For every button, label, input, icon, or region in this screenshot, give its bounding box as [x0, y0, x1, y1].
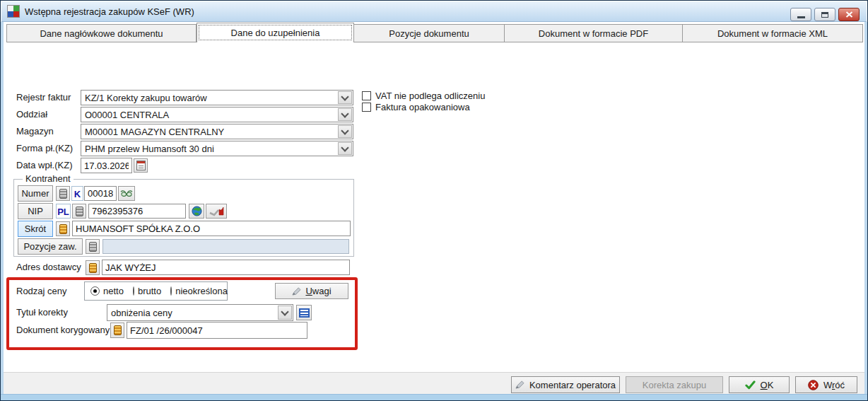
close-button[interactable]: [838, 8, 860, 21]
preview-button[interactable]: [118, 186, 135, 201]
radio-netto[interactable]: [90, 286, 100, 296]
memo-icon: [59, 224, 67, 234]
nip-button[interactable]: NIP: [18, 203, 53, 219]
oddzial-label: Oddział: [16, 107, 47, 122]
nip-input[interactable]: [88, 204, 186, 219]
dokument-memo-button[interactable]: [110, 322, 124, 338]
app-logo-icon: [7, 5, 20, 18]
uwagi-button[interactable]: Uwagi: [275, 283, 348, 299]
list-icon: [299, 308, 310, 318]
kontrahent-type-prefix: K: [71, 186, 83, 201]
korekta-zakupu-label: Korekta zakupu: [643, 380, 706, 390]
radio-brutto-label: brutto: [138, 286, 161, 296]
glasses-icon: [120, 190, 133, 197]
pozycje-zaw-button[interactable]: Pozycje zaw.: [18, 238, 83, 255]
vat-checkbox[interactable]: [362, 91, 371, 100]
tytul-korekty-select[interactable]: obniżenia ceny: [107, 304, 293, 321]
maximize-button[interactable]: [814, 8, 835, 21]
window-frame-bottom: [1, 394, 867, 400]
pencil-icon: [292, 287, 301, 296]
card-index-icon: [59, 189, 67, 199]
card-index-icon: [76, 207, 83, 216]
globe-icon: [192, 206, 202, 216]
maximize-icon: [821, 12, 828, 18]
data-wplywu-input[interactable]: [81, 158, 132, 173]
window-frame-right: [864, 22, 867, 400]
window-title: Wstępna rejestracja zakupów KSeF (WR): [25, 6, 194, 17]
card-index-icon: [89, 242, 97, 252]
skrot-input[interactable]: [72, 221, 351, 236]
tytul-korekty-dropdown-button[interactable]: [278, 306, 292, 320]
chevron-down-icon: [281, 308, 288, 315]
vat-checkbox-label: VAT nie podlega odliczeniu: [375, 91, 485, 101]
rejestr-faktur-label: Rejestr faktur: [16, 90, 71, 105]
data-wplywu-label: Data wpł.(KZ): [16, 158, 72, 173]
faktura-opakowaniowa-checkbox[interactable]: [362, 103, 371, 112]
vies-button[interactable]: [189, 204, 204, 219]
wroc-button-label: Wróć: [823, 380, 845, 390]
memo-icon: [114, 325, 122, 335]
radio-netto-label: netto: [103, 286, 124, 296]
dokument-korygowany-input[interactable]: [127, 322, 307, 339]
uwagi-button-label: Uwagi: [305, 286, 331, 296]
kontrahent-groupbox: Kontrahent Numer K NIP PL: [13, 179, 354, 257]
minimize-button[interactable]: [790, 8, 811, 21]
magazyn-dropdown-button[interactable]: [338, 125, 352, 138]
check-icon: [745, 380, 756, 390]
tab-dokument-xml[interactable]: Dokument w formacie XML: [683, 24, 863, 42]
rejestr-faktur-select[interactable]: KZ/1 Korekty zakupu towarów: [81, 90, 353, 105]
radio-brutto[interactable]: [133, 286, 134, 296]
magazyn-label: Magazyn: [16, 124, 54, 139]
oddzial-select[interactable]: O00001 CENTRALA: [81, 107, 353, 122]
rejestr-faktur-dropdown-button[interactable]: [338, 91, 352, 104]
rodzaj-ceny-radio-group: netto brutto nieokreślona: [84, 281, 228, 301]
tab-dokument-pdf[interactable]: Dokument w formacie PDF: [505, 24, 683, 42]
magazyn-select[interactable]: M00001 MAGAZYN CENTRALNY: [81, 124, 353, 139]
numer-input[interactable]: [84, 186, 117, 201]
calendar-button[interactable]: [134, 158, 148, 173]
tab-pozycje-dokumentu[interactable]: Pozycje dokumentu: [354, 24, 505, 42]
chart-icon: [208, 207, 225, 216]
forma-platnosci-value: PHM przelew Humansoft 30 dni: [81, 144, 337, 154]
close-icon: [845, 11, 853, 18]
korekta-zakupu-button: Korekta zakupu: [626, 376, 723, 393]
komentarz-operatora-label: Komentarz operatora: [529, 380, 616, 390]
tab-dane-naglowkowe[interactable]: Dane nagłówkowe dokumentu: [6, 24, 197, 42]
skrot-memo-button[interactable]: [56, 221, 70, 236]
komentarz-operatora-button[interactable]: Komentarz operatora: [511, 376, 620, 393]
radio-nieokreslona-label: nieokreślona: [175, 286, 228, 296]
ok-button[interactable]: OK: [729, 376, 790, 393]
oddzial-dropdown-button[interactable]: [338, 108, 352, 121]
forma-platnosci-select[interactable]: PHM przelew Humansoft 30 dni: [81, 141, 353, 156]
skrot-button[interactable]: Skrót: [18, 221, 53, 237]
tab-label: Dokument w formacie XML: [717, 28, 828, 39]
forma-platnosci-label: Forma pł.(KZ): [16, 141, 73, 156]
chevron-down-icon: [341, 127, 348, 134]
pozycje-zaw-input: [102, 239, 349, 254]
window-controls: [790, 8, 860, 21]
wroc-button[interactable]: Wróć: [795, 376, 857, 393]
tytul-korekty-list-button[interactable]: [296, 305, 312, 320]
rejestr-faktur-value: KZ/1 Korekty zakupu towarów: [81, 93, 337, 103]
gus-report-button[interactable]: [206, 204, 227, 219]
radio-nieokreslona[interactable]: [170, 286, 172, 296]
dokument-korygowany-label: Dokument korygowany: [16, 322, 110, 338]
tab-dane-do-uzupelnienia[interactable]: Dane do uzupełnienia: [197, 23, 354, 42]
magazyn-value: M00001 MAGAZYN CENTRALNY: [81, 127, 337, 137]
nip-cardfile-button[interactable]: [72, 204, 86, 219]
pozycje-zaw-cardfile-button[interactable]: [86, 239, 100, 254]
oddzial-value: O00001 CENTRALA: [81, 110, 337, 120]
forma-platnosci-dropdown-button[interactable]: [338, 142, 352, 155]
tytul-korekty-label: Tytuł korekty: [16, 305, 68, 320]
tab-label: Dokument w formacie PDF: [539, 28, 648, 39]
numer-button[interactable]: Numer: [18, 185, 53, 202]
window-frame-left: [1, 22, 4, 400]
adres-dostawcy-input[interactable]: [102, 260, 350, 275]
numer-cardfile-button[interactable]: [56, 186, 70, 201]
skrot-button-label: Skrót: [25, 223, 46, 234]
numer-button-label: Numer: [21, 188, 49, 199]
cancel-icon: [808, 380, 819, 390]
country-code-label: PL: [56, 204, 71, 219]
tab-label: Dane do uzupełnienia: [231, 28, 320, 38]
adres-memo-button[interactable]: [86, 260, 100, 275]
